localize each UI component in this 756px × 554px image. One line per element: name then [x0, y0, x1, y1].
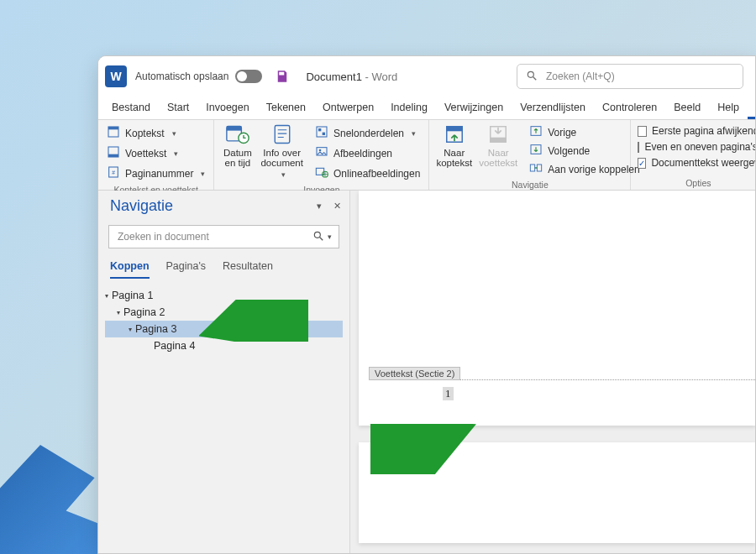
svg-line-31 — [320, 237, 323, 240]
collapse-icon[interactable] — [105, 290, 108, 301]
svg-line-1 — [533, 76, 537, 80]
volgende-button[interactable]: Volgende — [528, 142, 641, 159]
ribbon-group-invoegen: Datum en tijd Info over document Snelond… — [214, 120, 429, 190]
svg-rect-25 — [491, 138, 506, 143]
tab-verzendlijsten[interactable]: Verzendlijsten — [512, 97, 594, 119]
navigation-tab-strip: Koppen Pagina's Resultaten — [98, 255, 349, 279]
paginanummer-button[interactable]: # Paginanummer — [105, 164, 207, 183]
link-to-previous-icon — [529, 162, 543, 176]
tab-kop-en-voettekst[interactable]: Kop- en voett — [748, 97, 756, 119]
tree-item-label: Pagina 3 — [135, 323, 176, 335]
quick-parts-icon — [315, 125, 328, 141]
footer-icon — [107, 145, 120, 161]
tab-help[interactable]: Help — [709, 97, 748, 119]
svg-rect-23 — [447, 127, 462, 132]
tree-item-pagina-4[interactable]: Pagina 4 — [105, 337, 343, 354]
documenttekst-weergeven-checkbox[interactable]: ✓ Documenttekst weergeven — [638, 155, 756, 170]
app-suffix: - Word — [362, 71, 397, 83]
naar-koptekst-label: Naar koptekst — [436, 148, 472, 168]
svg-rect-20 — [316, 168, 323, 175]
search-dropdown-icon[interactable]: ▾ — [328, 233, 332, 241]
even-oneven-checkbox[interactable]: Even en oneven pagina's vers — [638, 139, 756, 154]
ribbon-tab-strip: Bestand Start Invoegen Tekenen Ontwerpen… — [98, 97, 755, 120]
svg-rect-11 — [275, 126, 290, 144]
onlineafbeeldingen-button[interactable]: Onlineafbeeldingen — [313, 164, 422, 183]
koptekst-button[interactable]: Koptekst — [105, 123, 207, 143]
collapse-icon[interactable] — [117, 306, 120, 318]
volgende-label: Volgende — [548, 145, 590, 157]
naar-voettekst-label: Naar voettekst — [479, 148, 517, 168]
ribbon-group-title-4: Opties — [638, 176, 756, 188]
pane-menu-icon[interactable]: ▾ — [317, 201, 322, 212]
nav-tab-koppen[interactable]: Koppen — [110, 260, 150, 279]
tab-invoegen[interactable]: Invoegen — [197, 97, 257, 119]
save-icon[interactable] — [274, 68, 291, 85]
unchecked-box-icon — [638, 142, 639, 153]
paginanummer-label: Paginanummer — [125, 168, 193, 180]
pane-close-icon[interactable]: ✕ — [333, 201, 341, 212]
svg-rect-9 — [227, 126, 242, 130]
tree-item-label: Pagina 1 — [112, 290, 153, 301]
tab-ontwerpen[interactable]: Ontwerpen — [314, 97, 382, 119]
vorige-button[interactable]: Vorige — [528, 123, 641, 141]
tab-indeling[interactable]: Indeling — [382, 97, 436, 119]
info-over-document-button[interactable]: Info over document — [260, 123, 303, 179]
snelonderdelen-button[interactable]: Snelonderdelen — [313, 123, 422, 143]
tab-controleren[interactable]: Controleren — [594, 97, 665, 119]
eerste-pagina-afwijkend-checkbox[interactable]: Eerste pagina afwijkend — [638, 123, 756, 138]
document-title: Document1 - Word — [306, 71, 397, 83]
datum-en-tijd-button[interactable]: Datum en tijd — [221, 123, 254, 168]
ribbon-group-koptekst-en-voettekst: Koptekst Voettekst # Paginanummer Koptek… — [98, 120, 214, 190]
online-image-icon — [315, 165, 328, 181]
tab-bestand[interactable]: Bestand — [103, 97, 159, 119]
document-page[interactable]: Voettekst (Sectie 2) 1 — [359, 191, 755, 426]
naar-koptekst-button[interactable]: Naar koptekst — [436, 123, 472, 168]
voettekst-button[interactable]: Voettekst — [105, 144, 207, 163]
tab-start[interactable]: Start — [159, 97, 197, 119]
aan-vorige-koppelen-button[interactable]: Aan vorige koppelen — [528, 160, 641, 178]
go-to-header-icon — [443, 123, 466, 145]
even-oneven-label: Even en oneven pagina's vers — [644, 141, 756, 153]
afbeeldingen-button[interactable]: Afbeeldingen — [313, 144, 422, 163]
svg-rect-29 — [538, 165, 542, 171]
search-box[interactable] — [517, 64, 743, 89]
footer-section-tag: Voettekst (Sectie 2) — [369, 367, 460, 380]
svg-text:#: # — [112, 170, 115, 175]
autosave-toggle-group[interactable]: Automatisch opslaan — [135, 70, 262, 83]
navigation-search-input[interactable] — [116, 230, 312, 243]
page-number-field[interactable]: 1 — [443, 387, 454, 400]
afbeeldingen-label: Afbeeldingen — [333, 148, 392, 159]
ribbon-group-opties: Eerste pagina afwijkend Even en oneven p… — [631, 120, 756, 190]
search-input[interactable] — [544, 70, 734, 83]
calendar-clock-icon — [226, 123, 249, 145]
tab-tekenen[interactable]: Tekenen — [258, 97, 314, 119]
snelonderdelen-label: Snelonderdelen — [333, 128, 404, 139]
ribbon: Koptekst Voettekst # Paginanummer Koptek… — [98, 120, 755, 191]
voettekst-label: Voettekst — [125, 148, 166, 159]
document-page[interactable] — [359, 442, 755, 543]
go-to-footer-icon — [486, 123, 510, 145]
ribbon-group-navigatie: Naar koptekst Naar voettekst Vorige Volg… — [429, 120, 631, 190]
document-canvas[interactable]: Voettekst (Sectie 2) 1 — [350, 191, 755, 553]
title-bar: W Automatisch opslaan Document1 - Word — [98, 56, 755, 97]
vorige-label: Vorige — [548, 127, 576, 138]
naar-voettekst-button: Naar voettekst — [479, 123, 517, 168]
unchecked-box-icon — [638, 126, 647, 137]
tab-beeld[interactable]: Beeld — [665, 97, 709, 119]
tab-verwijzingen[interactable]: Verwijzingen — [436, 97, 512, 119]
header-icon — [107, 125, 120, 141]
navigation-search[interactable]: ▾ — [108, 225, 339, 248]
tree-item-pagina-3[interactable]: Pagina 3 — [105, 321, 343, 337]
autosave-toggle[interactable] — [235, 70, 262, 83]
word-app-icon: W — [105, 65, 127, 87]
nav-tab-resultaten[interactable]: Resultaten — [223, 260, 273, 279]
tree-item-pagina-1[interactable]: Pagina 1 — [105, 287, 343, 304]
tree-item-pagina-2[interactable]: Pagina 2 — [105, 304, 343, 321]
next-icon — [529, 144, 543, 158]
collapse-icon[interactable] — [129, 323, 132, 335]
svg-rect-3 — [108, 127, 118, 129]
svg-rect-5 — [108, 154, 118, 157]
search-icon — [312, 230, 324, 244]
nav-tab-paginas[interactable]: Pagina's — [166, 260, 207, 279]
ribbon-group-title-3: Navigatie — [436, 178, 623, 190]
